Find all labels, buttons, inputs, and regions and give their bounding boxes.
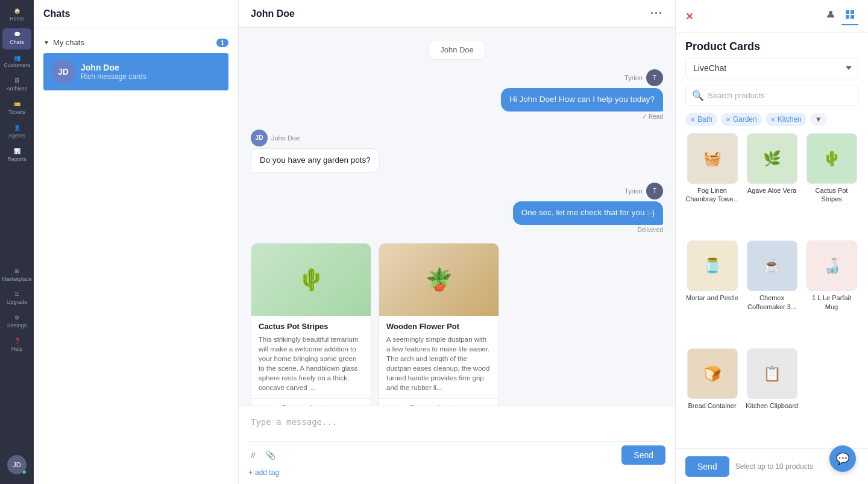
message-sender: Tyrion T	[624, 183, 663, 200]
avatar-initials: JD	[13, 461, 20, 468]
agents-icon: 👤	[14, 125, 20, 131]
agent-avatar: T	[646, 183, 663, 200]
sidebar: 🏠 Home 💬 Chats 👥 Customers 🗄 Archives 🎫 …	[0, 0, 34, 484]
svg-rect-1	[846, 10, 849, 14]
settings-icon: ⚙	[14, 315, 19, 321]
filter-tags: ✕ Bath ✕ Garden ✕ Kitchen ▼	[676, 113, 868, 133]
user-avatar[interactable]: JD	[7, 455, 27, 474]
grid-product-le-parfait[interactable]: 🍶 1 L Le Parfait Mug	[805, 240, 858, 342]
product-card-2: 🪴 Wooden Flower Pot A seemingly simple d…	[379, 243, 499, 406]
sidebar-item-label: Upgrade	[7, 300, 28, 306]
grid-product-image: ☕	[747, 240, 797, 291]
sidebar-item-settings[interactable]: ⚙ Settings	[2, 312, 31, 333]
chats-panel: Chats ▼ My chats 1 JD John Doe Rich mess…	[34, 0, 239, 484]
sidebar-item-label: Tickets	[8, 110, 25, 116]
grid-product-cactus-pot[interactable]: 🌵 Cactus Pot Stripes	[805, 133, 858, 234]
chevron-down-icon: ▼	[43, 39, 49, 46]
remove-tag-icon: ✕	[726, 116, 731, 123]
sidebar-item-label: Chats	[10, 40, 24, 46]
grid-product-bread-container[interactable]: 🍞 Bread Container	[685, 348, 739, 441]
sidebar-item-upgrade[interactable]: ☰ Upgrade	[2, 288, 31, 309]
sidebar-item-customers[interactable]: 👥 Customers	[2, 52, 31, 73]
upgrade-icon: ☰	[14, 292, 19, 298]
grid-product-name: Agave Aloe Vera	[747, 186, 796, 195]
sidebar-item-tickets[interactable]: 🎫 Tickets	[2, 98, 31, 119]
grid-product-image: 🫙	[687, 240, 738, 291]
chat-topbar: John Doe ···	[239, 0, 675, 28]
home-icon: 🏠	[14, 8, 20, 14]
user-avatar-small: JD	[251, 130, 268, 146]
send-message-button[interactable]: Send	[621, 445, 665, 465]
see-product-page-button[interactable]: See product page	[379, 398, 498, 406]
chat-item-info: John Doe Rich message cards	[81, 63, 220, 81]
search-input[interactable]	[708, 91, 852, 100]
grid-product-fog-linen[interactable]: 🧺 Fog Linen Chambray Towe...	[685, 133, 739, 234]
sidebar-item-home[interactable]: 🏠 Home	[2, 5, 31, 26]
grid-product-image: 🌿	[747, 133, 797, 184]
more-tags-button[interactable]: ▼	[810, 113, 827, 126]
panel-tab-products[interactable]	[841, 7, 858, 25]
panel-send-button[interactable]: Send	[685, 456, 729, 477]
sidebar-item-agents[interactable]: 👤 Agents	[2, 122, 31, 143]
sidebar-item-reports[interactable]: 📊 Reports	[2, 145, 31, 166]
messages-area: John Doe Tyrion T Hi John Doe! How can I…	[239, 28, 675, 406]
my-chats-section: ▼ My chats 1 JD John Doe Rich message ca…	[34, 28, 238, 96]
product-card-desc: This strikingly beautiful terrarium will…	[259, 335, 363, 393]
sidebar-item-label: Settings	[7, 323, 27, 329]
hashtag-icon[interactable]: #	[248, 448, 258, 462]
system-bubble: John Doe	[429, 40, 485, 60]
sidebar-item-help[interactable]: ❓ Help	[2, 335, 31, 356]
system-message: John Doe	[251, 40, 663, 60]
chat-list-item[interactable]: JD John Doe Rich message cards	[43, 53, 228, 90]
online-dot	[22, 470, 27, 474]
search-bar: 🔍	[685, 86, 858, 105]
my-chats-badge: 1	[216, 39, 228, 47]
livechat-button[interactable]: 💬	[829, 445, 856, 472]
chats-panel-header: Chats	[34, 0, 238, 28]
my-chats-row[interactable]: ▼ My chats 1	[41, 33, 231, 52]
message-row: Tyrion T One sec, let me check that for …	[251, 183, 663, 233]
product-card-title: Cactus Pot Stripes	[259, 322, 363, 331]
svg-rect-3	[846, 15, 849, 19]
add-tag-row[interactable]: + add tag	[248, 466, 665, 478]
grid-product-mortar[interactable]: 🫙 Mortar and Pestle	[685, 240, 739, 342]
grid-product-image: 📋	[747, 348, 797, 399]
attachment-icon[interactable]: 📎	[263, 448, 278, 462]
grid-product-image: 🌵	[807, 133, 857, 184]
grid-product-agave-aloe[interactable]: 🌿 Agave Aloe Vera	[745, 133, 799, 234]
message-bubble: Hi John Doe! How can I help you today?	[501, 88, 663, 112]
product-card-1: 🌵 Cactus Pot Stripes This strikingly bea…	[251, 243, 371, 406]
product-cards-message: 🌵 Cactus Pot Stripes This strikingly bea…	[251, 243, 663, 406]
product-card-body: Wooden Flower Pot A seemingly simple dus…	[379, 316, 498, 399]
message-input-row	[248, 412, 665, 441]
filter-tag-garden[interactable]: ✕ Garden	[721, 113, 762, 126]
grid-product-kitchen-clipboard[interactable]: 📋 Kitchen Clipboard	[745, 348, 799, 441]
sidebar-item-label: Reports	[7, 157, 27, 163]
chat-item-name: John Doe	[81, 63, 220, 72]
sidebar-item-chats[interactable]: 💬 Chats	[2, 28, 31, 49]
message-input[interactable]	[248, 412, 665, 441]
filter-tag-kitchen[interactable]: ✕ Kitchen	[766, 113, 807, 126]
message-sender: Tyrion T	[624, 69, 663, 86]
remove-tag-icon: ✕	[770, 116, 775, 123]
message-bubble: One sec, let me check that for you :-)	[513, 201, 663, 225]
grid-product-image: 🍞	[687, 348, 738, 399]
help-icon: ❓	[14, 339, 20, 345]
product-card-desc: A seemingly simple dustpan with a few fe…	[386, 335, 491, 393]
more-options-button[interactable]: ···	[650, 7, 663, 20]
filter-tag-bath[interactable]: ✕ Bath	[685, 113, 717, 126]
grid-product-chemex[interactable]: ☕ Chemex Coffeemaker 3...	[745, 240, 799, 342]
close-panel-button[interactable]: ✕	[685, 11, 693, 22]
sidebar-item-archives[interactable]: 🗄 Archives	[2, 75, 31, 96]
product-card-title: Wooden Flower Pot	[386, 322, 491, 331]
grid-product-name: Kitchen Clipboard	[746, 401, 798, 410]
source-dropdown[interactable]: LiveChat Shopify WooCommerce	[685, 58, 858, 78]
message-bubble: Do you have any garden pots?	[251, 148, 380, 173]
sidebar-item-label: Archives	[7, 86, 28, 92]
see-product-page-button[interactable]: See product page	[251, 398, 371, 406]
add-tag-label: add tag	[255, 468, 279, 477]
panel-footer-note: Select up to 10 products	[735, 462, 813, 471]
product-card-image: 🪴	[379, 244, 498, 316]
sidebar-item-marketplace[interactable]: ⊞ Marketplace	[2, 265, 31, 286]
panel-tab-contact[interactable]	[822, 7, 839, 25]
